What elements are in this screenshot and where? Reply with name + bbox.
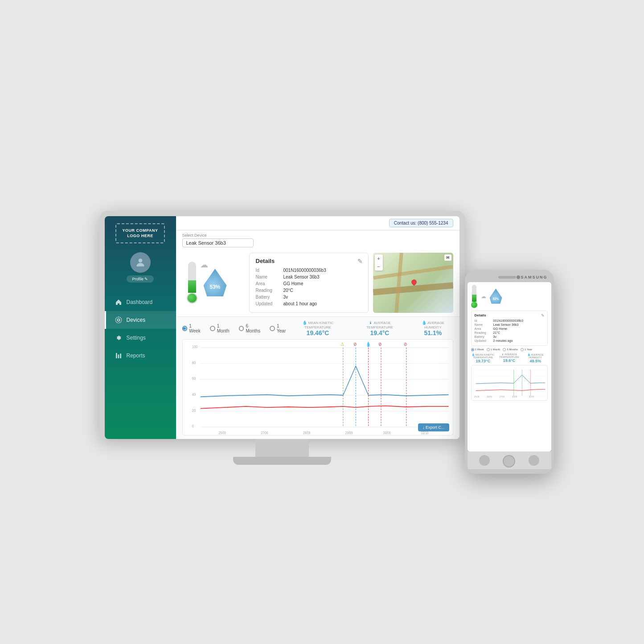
svg-text:⊘: ⊘ <box>404 341 407 347</box>
svg-text:26/09: 26/09 <box>487 396 492 398</box>
sidebar-item-reports[interactable]: Reports <box>105 347 176 365</box>
phone-thermo-fill <box>472 295 476 301</box>
phone-sensor-row: ☁ 52% <box>471 285 548 308</box>
details-title: Details <box>256 258 362 264</box>
svg-text:27/06: 27/06 <box>261 430 268 435</box>
svg-text:100: 100 <box>192 344 197 349</box>
phone-radio-1month[interactable]: 1 Month <box>487 348 500 351</box>
svg-rect-3 <box>118 354 119 358</box>
stat-avg-humid: 💧 AVERAGE HUMIDITY 51.1% <box>413 320 453 336</box>
phone-radio-1year[interactable]: 1 Year <box>521 348 532 351</box>
phone-detail-reading: Reading 21°C <box>475 331 544 334</box>
stat-avg-temp: 🌡 AVERAGE TEMPERATURE 19.4°C <box>356 320 404 336</box>
phone-camera <box>517 275 520 279</box>
detail-id: Id 001N16000000036b3 <box>256 268 362 273</box>
stat-mkt: 💧 MEAN KINETIC TEMPERATURE 19.46°C <box>289 320 346 336</box>
svg-point-1 <box>117 319 119 321</box>
sidebar: YOUR COMPANY LOGO HERE Profile ✎ <box>105 216 176 439</box>
phone-cloud-icon: ☁ <box>481 293 486 299</box>
sidebar-item-dashboard[interactable]: Dashboard <box>105 293 176 311</box>
monitor: YOUR COMPANY LOGO HERE Profile ✎ <box>99 211 465 465</box>
phone-details-title: Details <box>475 313 544 317</box>
phone-screen: ☁ 52% Details ✎ Id 001N16000000036b3 <box>468 282 551 451</box>
phone: SAMSUNG ☁ 52% <box>465 270 554 474</box>
sidebar-item-label: Settings <box>127 335 146 341</box>
scene: YOUR COMPANY LOGO HERE Profile ✎ <box>77 144 567 500</box>
detail-reading: Reading 20°C <box>256 288 362 293</box>
svg-text:29/09: 29/09 <box>345 430 353 435</box>
svg-text:27/09: 27/09 <box>499 396 505 398</box>
main-content: Contact us: (800) 555-1234 Select Device… <box>176 216 459 439</box>
logo: YOUR COMPANY LOGO HERE <box>115 223 165 243</box>
detail-battery: Battery 3v <box>256 295 362 299</box>
phone-thermo-bulb <box>471 302 477 308</box>
thermo-fill <box>188 280 196 293</box>
phone-bottom-buttons <box>468 451 551 469</box>
radio-6months[interactable]: 6 Months <box>239 324 264 333</box>
chart-wrapper: 100 80 60 40 20 0 <box>182 339 453 435</box>
radio-dot-1month <box>210 326 215 331</box>
map-pin <box>410 279 418 286</box>
phone-stats-row: 💧 MEAN KINETIC TEMPERATURE 19.73°C 🌡 AVE… <box>471 353 548 363</box>
svg-text:28/09: 28/09 <box>303 430 310 435</box>
water-drop: 53% <box>204 269 227 296</box>
phone-thermometer <box>471 285 477 308</box>
svg-text:⊘: ⊘ <box>378 341 381 347</box>
phone-thermo-tube <box>472 285 476 302</box>
map-share-button[interactable]: ✉ <box>444 254 451 261</box>
svg-text:💧: 💧 <box>365 341 370 347</box>
map-placeholder: + − ✉ <box>373 253 453 313</box>
phone-brand: SAMSUNG <box>521 275 547 279</box>
settings-icon <box>115 334 122 341</box>
phone-drop: 52% <box>490 289 502 304</box>
thermo-bulb <box>187 293 197 304</box>
phone-radio-1week[interactable]: 1 Week <box>471 348 484 351</box>
sidebar-item-devices[interactable]: Devices <box>105 311 176 329</box>
export-button[interactable]: ↓ Export C... <box>418 423 449 431</box>
detail-name: Name Leak Sensor 36b3 <box>256 275 362 279</box>
sensor-visual: ☁ 53% <box>182 253 245 313</box>
phone-top-bar: SAMSUNG <box>468 274 551 282</box>
phone-stat-mkt: 💧 MEAN KINETIC TEMPERATURE 19.73°C <box>471 353 496 363</box>
svg-text:30/09: 30/09 <box>529 396 534 398</box>
upper-panel: ☁ 53% Details ✎ <box>176 249 459 317</box>
phone-radio-6months[interactable]: 6 Months <box>503 348 518 351</box>
map-zoom-out[interactable]: − <box>375 263 383 271</box>
phone-detail-battery: Battery 3v <box>475 335 544 338</box>
phone-back-button[interactable] <box>479 455 490 466</box>
svg-rect-4 <box>120 353 121 358</box>
map-panel: + − ✉ <box>373 253 453 313</box>
radio-1week[interactable]: 1 Week <box>182 324 204 333</box>
devices-icon <box>115 316 122 324</box>
svg-text:80: 80 <box>192 360 196 365</box>
svg-text:25/09: 25/09 <box>474 396 479 398</box>
device-select[interactable]: Leak Sensor 36b3 <box>182 238 254 247</box>
phone-menu-button[interactable] <box>529 455 539 466</box>
phone-stat-avg-temp: 🌡 AVERAGE TEMPERATURE 19.6°C <box>497 353 521 363</box>
svg-text:20: 20 <box>192 407 196 412</box>
edit-button[interactable]: ✎ <box>357 258 363 265</box>
contact-button[interactable]: Contact us: (800) 555-1234 <box>389 219 453 227</box>
cloud-icon: ☁ <box>200 260 208 270</box>
sidebar-item-settings[interactable]: Settings <box>105 329 176 347</box>
user-icon <box>135 257 146 268</box>
radio-dot-1week <box>182 326 188 331</box>
sidebar-item-label: Reports <box>127 353 145 359</box>
home-icon <box>115 299 122 306</box>
phone-speaker <box>498 276 516 279</box>
phone-detail-name: Name Leak Sensor 36b3 <box>475 323 544 326</box>
sidebar-item-label: Dashboard <box>127 299 153 305</box>
svg-point-0 <box>138 258 142 263</box>
phone-details: Details ✎ Id 001N16000000036b3 Name Leak… <box>471 311 548 346</box>
profile-button[interactable]: Profile ✎ <box>127 275 153 283</box>
chart-svg: 100 80 60 40 20 0 <box>183 340 453 435</box>
radio-1month[interactable]: 1 Month <box>210 324 233 333</box>
phone-chart-svg: 25/09 26/09 27/09 28/09 30/09 <box>472 365 547 400</box>
phone-edit-button[interactable]: ✎ <box>541 313 545 318</box>
phone-home-button[interactable] <box>503 455 515 468</box>
map-zoom-in[interactable]: + <box>375 254 383 263</box>
svg-text:0: 0 <box>192 423 193 428</box>
radio-1year[interactable]: 1 Year <box>270 324 289 333</box>
thermometer: ☁ <box>187 262 197 304</box>
topbar: Contact us: (800) 555-1234 <box>176 216 459 230</box>
